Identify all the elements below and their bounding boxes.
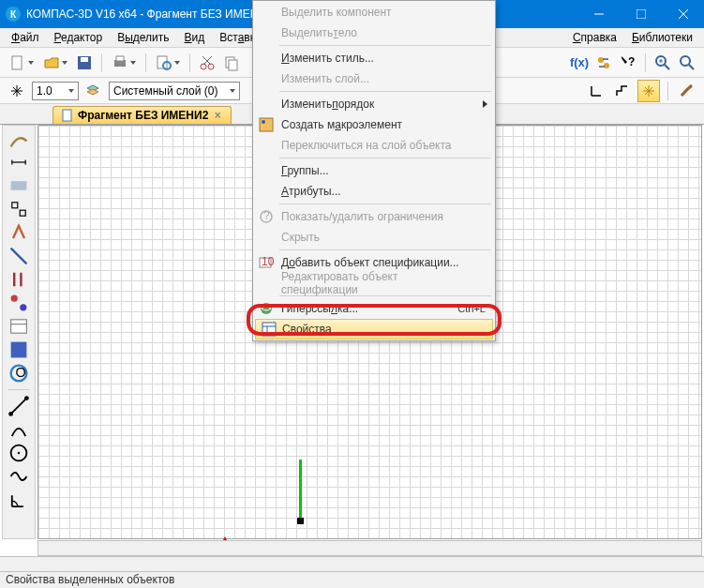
ctx-change-style[interactable]: Изменить стиль... (253, 48, 495, 68)
macro-icon (259, 117, 274, 132)
tool-11[interactable]: О (7, 362, 30, 384)
menu-edit[interactable]: Редактор (47, 29, 111, 46)
ctx-select-body: Выделить тело (253, 23, 495, 43)
tool-sidebar: О (2, 125, 36, 539)
svg-rect-42 (20, 210, 25, 216)
svg-line-51 (11, 399, 27, 415)
ctx-hyperlink[interactable]: Гиперссылка...Ctrl+L (253, 298, 495, 319)
tool-9[interactable] (7, 315, 30, 338)
svg-line-25 (689, 65, 694, 69)
hyperlink-icon (259, 301, 274, 316)
help-arrow-button[interactable]: ? (617, 52, 639, 74)
app-icon: К (6, 7, 21, 22)
selection-handle[interactable] (297, 518, 304, 524)
menu-select[interactable]: Выделить (110, 29, 176, 46)
ortho-button[interactable] (585, 80, 607, 102)
svg-rect-8 (116, 56, 124, 61)
tool-10[interactable] (7, 339, 30, 361)
svg-line-43 (11, 249, 27, 264)
ctx-hide: Скрыть (253, 227, 495, 248)
tool-8[interactable] (7, 292, 30, 314)
new-button[interactable] (6, 52, 37, 74)
tab-close-icon[interactable]: × (212, 110, 223, 121)
drawn-line (299, 460, 302, 520)
maximize-button[interactable] (620, 0, 662, 28)
close-button[interactable] (662, 0, 704, 28)
star-snap-button[interactable] (637, 80, 660, 102)
svg-rect-48 (11, 342, 27, 358)
tool-4[interactable] (7, 198, 30, 220)
svg-point-45 (20, 304, 26, 310)
svg-text:?: ? (263, 209, 270, 222)
svg-rect-6 (81, 57, 88, 62)
ctx-change-order[interactable]: Изменить порядок (253, 94, 495, 114)
tool-1[interactable] (7, 128, 30, 150)
svg-text:?: ? (628, 55, 635, 68)
document-icon (61, 109, 74, 122)
hyperlink-shortcut: Ctrl+L (457, 303, 486, 314)
svg-rect-36 (63, 110, 71, 121)
open-button[interactable] (39, 52, 71, 74)
svg-text:О: О (15, 365, 25, 380)
fx-button[interactable]: f(x) (568, 52, 591, 74)
print-button[interactable] (108, 52, 140, 74)
sync-button[interactable] (592, 52, 615, 74)
document-tab[interactable]: Фрагмент БЕЗ ИМЕНИ2 × (52, 106, 232, 124)
properties-icon (262, 322, 277, 337)
spec-add-icon: 10 (259, 255, 274, 270)
layer-value: Системный слой (0) (113, 84, 217, 98)
ctx-switch-layer: Переключиться на слой объекта (253, 135, 495, 156)
svg-point-52 (8, 412, 13, 416)
menu-view[interactable]: Вид (177, 29, 213, 46)
brush-button[interactable] (676, 80, 698, 102)
svg-rect-1 (637, 9, 646, 19)
linewidth-select[interactable]: 1.0 (32, 82, 79, 100)
tab-label: Фрагмент БЕЗ ИМЕНИ2 (78, 109, 208, 122)
snap-button[interactable] (6, 80, 28, 102)
tool-circle[interactable] (7, 442, 30, 464)
copy-button[interactable] (220, 52, 243, 74)
ctx-properties[interactable]: Свойства (255, 319, 493, 339)
svg-text:10: 10 (262, 255, 274, 268)
tool-7[interactable] (7, 268, 30, 291)
cut-button[interactable] (196, 52, 218, 74)
tool-2[interactable] (7, 151, 30, 173)
svg-rect-41 (12, 203, 18, 208)
ctx-select-component: Выделить компонент (253, 2, 495, 23)
svg-rect-4 (12, 56, 22, 69)
panel-gap (0, 556, 704, 571)
layer-visibility-button[interactable] (82, 80, 105, 102)
svg-rect-56 (260, 118, 273, 131)
ctx-attributes[interactable]: Атрибуты... (253, 181, 495, 202)
step-button[interactable] (611, 80, 634, 102)
svg-point-55 (18, 452, 20, 454)
svg-point-44 (11, 295, 18, 302)
preview-button[interactable] (152, 52, 184, 74)
ctx-create-macro[interactable]: Создать макроэлемент (253, 114, 495, 135)
status-text: Свойства выделенных объектов (6, 573, 174, 586)
ctx-groups[interactable]: Группы... (253, 160, 495, 181)
svg-rect-40 (11, 181, 27, 190)
context-menu: Выделить компонент Выделить тело Изменит… (252, 0, 496, 341)
menu-file[interactable]: Файл (4, 29, 47, 46)
tool-3[interactable] (7, 174, 30, 197)
tool-polyline[interactable] (7, 465, 30, 488)
svg-point-17 (598, 57, 604, 63)
menu-help[interactable]: Справка (565, 29, 624, 46)
svg-point-53 (24, 396, 29, 400)
svg-rect-63 (262, 323, 276, 336)
zoom-button[interactable] (676, 52, 698, 74)
tool-arc[interactable] (7, 418, 30, 441)
tool-6[interactable] (7, 245, 30, 267)
tool-line[interactable] (7, 395, 30, 417)
tool-angle[interactable] (7, 489, 30, 511)
menu-libs[interactable]: Библиотеки (624, 29, 700, 46)
tool-5[interactable] (7, 221, 30, 244)
status-bar: Свойства выделенных объектов (0, 571, 704, 588)
zoom-in-button[interactable] (652, 52, 674, 74)
minimize-button[interactable] (577, 0, 620, 28)
layer-select[interactable]: Системный слой (0) (109, 82, 240, 100)
horizontal-scrollbar[interactable] (37, 540, 702, 556)
linewidth-value: 1.0 (37, 84, 52, 98)
save-button[interactable] (73, 52, 96, 74)
